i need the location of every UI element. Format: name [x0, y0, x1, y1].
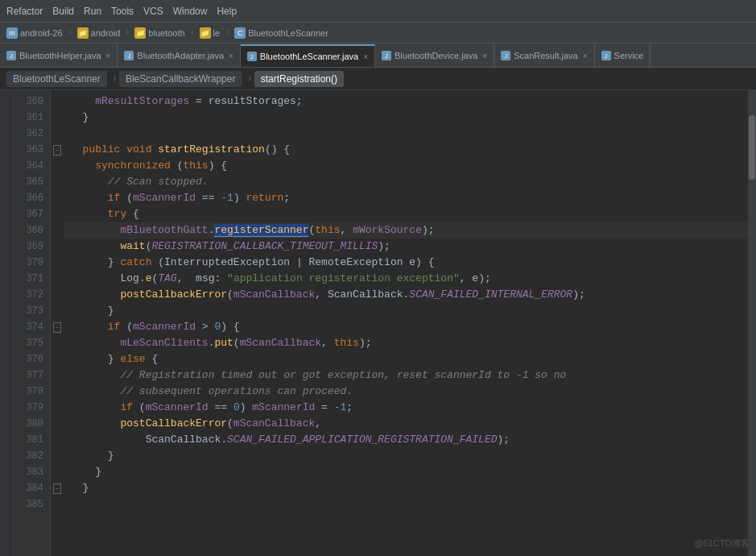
- tab-close-2[interactable]: ×: [363, 52, 368, 61]
- tab-close-1[interactable]: ×: [229, 52, 233, 60]
- fold-marker-378: [51, 384, 64, 400]
- code-line-380[interactable]: postCallbackError(mScanCallback,: [64, 416, 748, 432]
- editor-tabs: J BluetoothHelper.java × J BluetoothAdap…: [0, 44, 756, 68]
- fold-marker-363[interactable]: -: [51, 142, 64, 158]
- fold-marker-370: [51, 255, 64, 271]
- fold-marker-372: [51, 287, 64, 303]
- fold-marker-366: [51, 190, 64, 206]
- nav-android[interactable]: 📁 android: [74, 26, 124, 40]
- code-line-382[interactable]: }: [64, 448, 748, 464]
- nav-android26[interactable]: m android-26: [3, 26, 66, 40]
- code-line-365[interactable]: // Scan stopped.: [64, 174, 748, 190]
- java-icon-5: J: [501, 51, 510, 60]
- fold-marker-384[interactable]: -: [51, 480, 64, 496]
- code-line-362[interactable]: [64, 126, 748, 142]
- code-line-371[interactable]: Log.e(TAG, msg: "application registerati…: [64, 271, 748, 287]
- code-line-360[interactable]: mResultStorages = resultStorages;: [64, 93, 748, 110]
- code-line-385[interactable]: [64, 496, 748, 512]
- fold-marker-376: [51, 351, 64, 367]
- line-numbers: 3603613623633643653663673683693703713723…: [14, 90, 51, 556]
- bc-method[interactable]: startRegistration(): [254, 71, 344, 87]
- menu-run[interactable]: Run: [84, 6, 101, 17]
- module-icon: m: [6, 27, 18, 39]
- fold-marker-371: [51, 271, 64, 287]
- java-icon-2: J: [124, 51, 134, 60]
- menu-tools[interactable]: Tools: [111, 6, 134, 17]
- code-line-376[interactable]: } else {: [64, 351, 748, 367]
- code-line-369[interactable]: wait(REGISTRATION_CALLBACK_TIMEOUT_MILLI…: [64, 239, 748, 255]
- tab-bluetoothadapter[interactable]: J BluetoothAdapter.java ×: [118, 44, 240, 67]
- tab-bluetoothlescanner[interactable]: J BluetoothLeScanner.java ×: [241, 44, 375, 67]
- menu-build[interactable]: Build: [52, 6, 74, 17]
- folder-icon-3: 📁: [200, 27, 211, 39]
- menu-help[interactable]: Help: [217, 6, 237, 17]
- menu-bar: Refactor Build Run Tools VCS Window Help: [0, 0, 756, 23]
- code-line-366[interactable]: if (mScannerId == -1) return;: [64, 190, 748, 206]
- fold-marker-381: [51, 432, 64, 448]
- code-line-361[interactable]: }: [64, 110, 748, 126]
- scrollbar-vertical[interactable]: [748, 90, 756, 556]
- code-content[interactable]: mResultStorages = resultStorages; } publ…: [64, 90, 748, 556]
- code-line-374[interactable]: if (mScannerId > 0) {: [64, 319, 748, 335]
- left-gutter: [0, 90, 14, 556]
- tab-bluetoothhelper[interactable]: J BluetoothHelper.java ×: [0, 44, 118, 67]
- line-number-369: 369: [14, 239, 43, 255]
- tab-close-0[interactable]: ×: [106, 52, 111, 60]
- fold-marker-377: [51, 367, 64, 384]
- nav-class[interactable]: C BluetoothLeScanner: [231, 26, 332, 40]
- line-number-365: 365: [14, 174, 43, 190]
- java-icon-3: J: [247, 52, 257, 61]
- menu-vcs[interactable]: VCS: [143, 6, 163, 17]
- code-line-363[interactable]: public void startRegistration() {: [64, 142, 748, 158]
- line-number-373: 373: [14, 303, 43, 319]
- bc-inner-class[interactable]: BleScanCallbackWrapper: [119, 71, 242, 87]
- code-line-381[interactable]: ScanCallback.SCAN_FAILED_APPLICATION_REG…: [64, 432, 748, 448]
- fold-marker-375: [51, 335, 64, 351]
- line-number-379: 379: [14, 400, 43, 416]
- code-line-377[interactable]: // Registration timed out or got excepti…: [64, 367, 748, 384]
- code-line-368[interactable]: mBluetoothGatt.registerScanner(this, mWo…: [64, 222, 748, 239]
- menu-refactor[interactable]: Refactor: [6, 6, 43, 17]
- code-line-379[interactable]: if (mScannerId == 0) mScannerId = -1;: [64, 400, 748, 416]
- fold-marker-369: [51, 239, 64, 255]
- line-number-378: 378: [14, 384, 43, 400]
- code-line-372[interactable]: postCallbackError(mScanCallback, ScanCal…: [64, 287, 748, 303]
- tab-service[interactable]: J Service: [595, 44, 651, 67]
- line-number-362: 362: [14, 126, 43, 142]
- line-number-372: 372: [14, 287, 43, 303]
- menu-window[interactable]: Window: [173, 6, 208, 17]
- tab-bluetoothdevice[interactable]: J BluetoothDevice.java ×: [375, 44, 494, 67]
- code-line-370[interactable]: } catch (InterruptedException | RemoteEx…: [64, 255, 748, 271]
- folder-icon: 📁: [77, 27, 89, 39]
- java-icon-4: J: [382, 51, 391, 60]
- fold-marker-360: [51, 93, 64, 110]
- code-line-378[interactable]: // subsequent operations can proceed.: [64, 384, 748, 400]
- bc-class[interactable]: BluetoothLeScanner: [6, 71, 107, 87]
- tab-close-3[interactable]: ×: [482, 52, 487, 60]
- code-line-383[interactable]: }: [64, 464, 748, 480]
- editor-area: 3603613623633643653663673683693703713723…: [0, 90, 756, 556]
- code-line-364[interactable]: synchronized (this) {: [64, 158, 748, 174]
- fold-marker-364: [51, 158, 64, 174]
- folder-icon-2: 📁: [134, 27, 146, 39]
- tab-scanresult[interactable]: J ScanResult.java ×: [494, 44, 594, 67]
- line-number-382: 382: [14, 448, 43, 464]
- fold-marker-367: [51, 206, 64, 222]
- class-icon: C: [234, 27, 246, 39]
- code-line-373[interactable]: }: [64, 303, 748, 319]
- fold-marker-374[interactable]: -: [51, 319, 64, 335]
- line-number-364: 364: [14, 158, 43, 174]
- watermark: @51CTO博客: [695, 537, 750, 550]
- nav-bluetooth[interactable]: 📁 bluetooth: [131, 26, 188, 40]
- fold-marker-382: [51, 448, 64, 464]
- code-line-375[interactable]: mLeScanClients.put(mScanCallback, this);: [64, 335, 748, 351]
- tab-close-4[interactable]: ×: [583, 52, 588, 60]
- project-nav-bar: m android-26 › 📁 android › 📁 bluetooth ›…: [0, 23, 756, 44]
- line-number-374: 374: [14, 319, 43, 335]
- nav-le[interactable]: 📁 le: [196, 26, 224, 40]
- code-line-367[interactable]: try {: [64, 206, 748, 222]
- line-number-367: 367: [14, 206, 43, 222]
- scrollbar-thumb[interactable]: [749, 115, 755, 180]
- code-line-384[interactable]: }: [64, 480, 748, 496]
- fold-marker-368: [51, 222, 64, 239]
